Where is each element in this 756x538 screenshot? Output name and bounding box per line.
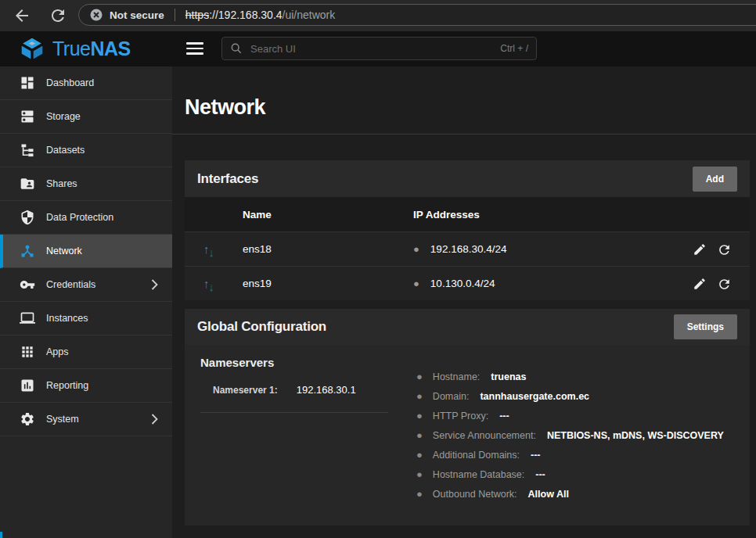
url-scheme: https: [185, 9, 209, 21]
detail-http-proxy: ●HTTP Proxy:---: [416, 406, 724, 425]
data-protection-icon: [20, 210, 35, 225]
sidebar-item-apps[interactable]: Apps: [0, 335, 172, 369]
page-title: Network: [185, 95, 265, 120]
interface-row-ens19[interactable]: ↑↓ ens19 ●10.130.0.4/24: [185, 266, 750, 300]
search-icon: [230, 42, 243, 55]
sidebar-item-credentials[interactable]: Credentials: [0, 268, 172, 302]
global-config-settings-button[interactable]: Settings: [674, 314, 737, 339]
bullet-icon: ●: [416, 449, 423, 461]
sidebar-item-label: Apps: [46, 346, 69, 357]
nameserver-label: Nameserver 1:: [213, 385, 278, 396]
title-divider: [172, 134, 756, 134]
interfaces-card-header: Interfaces Add: [185, 160, 750, 197]
bullet-icon: ●: [416, 410, 423, 421]
sidebar-item-label: Storage: [46, 111, 81, 122]
datasets-icon: [20, 142, 35, 158]
url-path: /ui/network: [283, 9, 336, 21]
reload-icon: [49, 6, 67, 25]
detail-outbound-network: ●Outbound Network:Allow All: [416, 484, 724, 504]
sidebar-item-data-protection[interactable]: Data Protection: [0, 201, 172, 235]
search-input[interactable]: [249, 42, 500, 56]
interface-state-icon: ↑↓: [203, 278, 243, 289]
browser-reload-button[interactable]: [49, 6, 67, 25]
sidebar-item-label: Instances: [46, 313, 88, 324]
sidebar-item-dashboard[interactable]: Dashboard: [0, 66, 172, 100]
edit-interface-button[interactable]: [693, 242, 707, 256]
reset-interface-button[interactable]: [717, 242, 731, 256]
key-icon: [20, 277, 35, 292]
bullet-icon: ●: [416, 468, 423, 480]
sidebar-item-label: Datasets: [46, 145, 85, 156]
detail-hostname: ●Hostname:truenas: [416, 367, 724, 386]
sidebar-item-label: System: [46, 414, 79, 425]
sidebar-item-shares[interactable]: Shares: [0, 167, 172, 201]
interface-ip: 192.168.30.4/24: [430, 243, 507, 255]
ip-addresses-column-header: IP Addresses: [413, 209, 661, 221]
address-bar[interactable]: Not secure https://192.168.30.4/ui/netwo…: [78, 4, 756, 26]
interface-state-icon: ↑↓: [203, 243, 243, 255]
sidebar-item-label: Data Protection: [46, 212, 113, 223]
detail-additional-domains: ●Additional Domains:---: [416, 445, 724, 464]
truenas-logo-icon: [19, 37, 45, 61]
sidebar-item-label: Network: [46, 246, 82, 256]
sidebar-item-label: Credentials: [46, 279, 95, 290]
sidebar-item-network[interactable]: Network: [0, 235, 172, 268]
bullet-icon: ●: [413, 278, 419, 289]
network-icon: [20, 243, 35, 259]
global-config-card-header: Global Configuration Settings: [185, 309, 750, 345]
pencil-icon: [693, 277, 707, 291]
sidebar-corner-accent: [0, 532, 2, 538]
add-interface-button[interactable]: Add: [693, 167, 737, 192]
global-config-details-list: ●Hostname:truenas ●Domain:tannhausergate…: [416, 367, 724, 504]
bullet-icon: ●: [416, 488, 423, 500]
sidebar-item-storage[interactable]: Storage: [0, 100, 172, 134]
browser-toolbar: Not secure https://192.168.30.4/ui/netwo…: [0, 0, 756, 31]
interfaces-card: Interfaces Add Name IP Addresses ↑↓ ens1…: [185, 160, 750, 300]
search-bar[interactable]: Ctrl + /: [221, 37, 537, 60]
apps-icon: [20, 344, 35, 360]
security-badge-label: Not secure: [110, 9, 164, 21]
nameservers-divider: [200, 412, 388, 413]
sidebar: Dashboard Storage Datasets Shares Data P…: [0, 66, 172, 538]
detail-hostname-database: ●Hostname Database:---: [416, 464, 724, 484]
browser-back-button[interactable]: [13, 6, 31, 25]
interfaces-table-header: Name IP Addresses: [185, 197, 750, 231]
bullet-icon: ●: [416, 390, 423, 402]
app-header: TrueNAS Ctrl + /: [0, 31, 756, 66]
reporting-icon: [20, 378, 35, 393]
truenas-logo-text: TrueNAS: [52, 38, 131, 60]
global-config-body: Nameservers Nameserver 1: 192.168.30.1 ●…: [185, 345, 750, 525]
sidebar-item-system[interactable]: System: [0, 403, 172, 436]
interface-name: ens18: [243, 243, 413, 255]
sidebar-item-reporting[interactable]: Reporting: [0, 369, 172, 403]
edit-interface-button[interactable]: [693, 277, 707, 291]
sidebar-item-label: Dashboard: [46, 77, 94, 88]
search-shortcut-hint: Ctrl + /: [500, 43, 528, 54]
global-configuration-card: Global Configuration Settings Nameserver…: [185, 309, 750, 525]
refresh-icon: [717, 242, 732, 257]
back-arrow-icon: [13, 6, 31, 25]
address-separator: [175, 9, 175, 21]
truenas-logo: TrueNAS: [19, 37, 131, 61]
interface-ip: 10.130.0.4/24: [430, 278, 495, 289]
nameserver-value: 192.168.30.1: [297, 384, 356, 396]
instances-icon: [20, 310, 35, 326]
sidebar-item-instances[interactable]: Instances: [0, 302, 172, 335]
bullet-icon: ●: [416, 429, 423, 441]
name-column-header: Name: [243, 209, 413, 221]
sidebar-item-label: Shares: [46, 178, 77, 189]
storage-icon: [20, 109, 35, 124]
interface-name: ens19: [243, 278, 413, 289]
reset-interface-button[interactable]: [717, 277, 731, 291]
chevron-right-icon: [151, 414, 158, 425]
shares-icon: [20, 176, 35, 192]
detail-service-announcement: ●Service Announcement:NETBIOS-NS, mDNS, …: [416, 425, 724, 445]
bullet-icon: ●: [413, 243, 419, 255]
menu-toggle-button[interactable]: [186, 41, 205, 56]
interfaces-card-title: Interfaces: [197, 171, 258, 187]
interface-row-ens18[interactable]: ↑↓ ens18 ●192.168.30.4/24: [185, 231, 750, 266]
url-host: ://192.168.30.4: [209, 9, 282, 21]
pencil-icon: [693, 242, 707, 256]
sidebar-item-datasets[interactable]: Datasets: [0, 134, 172, 167]
system-gear-icon: [20, 411, 35, 427]
